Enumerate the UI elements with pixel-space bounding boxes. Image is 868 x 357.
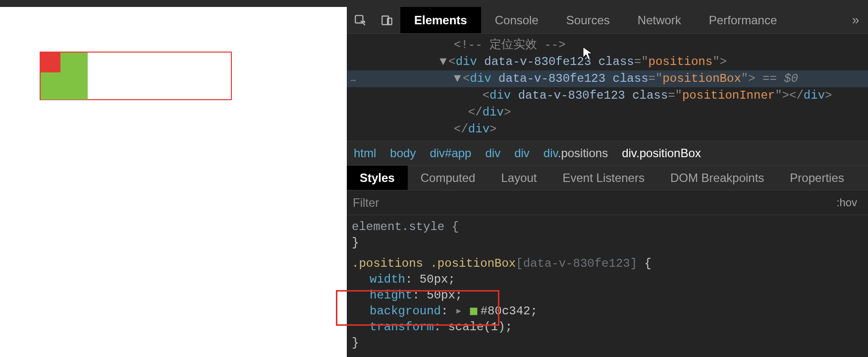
crumb-body[interactable]: body bbox=[390, 146, 416, 160]
hov-toggle[interactable]: :hov bbox=[831, 196, 862, 209]
tabs-overflow-icon[interactable]: » bbox=[843, 7, 868, 33]
dom-line-positions-open[interactable]: ▼<div data-v-830fe123 class="positions"> bbox=[347, 54, 868, 70]
devtools-panel: Elements Console Sources Network Perform… bbox=[347, 7, 868, 357]
positions-container[interactable] bbox=[40, 52, 232, 100]
element-style-close: } bbox=[352, 235, 863, 251]
page-viewport[interactable] bbox=[0, 7, 347, 357]
rule-selector[interactable]: .positions .positionBox[data-v-830fe123]… bbox=[352, 256, 863, 272]
styles-filter-bar: :hov bbox=[347, 190, 868, 215]
crumb-app[interactable]: div#app bbox=[430, 146, 471, 160]
rule-close: } bbox=[352, 335, 863, 351]
dom-comment[interactable]: <!-- 定位实效 --> bbox=[347, 37, 868, 54]
element-style-rule[interactable]: element.style { bbox=[352, 219, 863, 235]
crumb-positionbox[interactable]: div.positionBox bbox=[622, 146, 701, 160]
dom-breadcrumb: html body div#app div div div.positions … bbox=[347, 141, 868, 166]
styles-pane[interactable]: element.style { } .positions .positionBo… bbox=[347, 215, 868, 357]
devtools-tabs: Elements Console Sources Network Perform… bbox=[347, 7, 868, 34]
dom-line-positionbox-open[interactable]: ▼<div data-v-830fe123 class="positionBox… bbox=[347, 70, 868, 87]
prop-width[interactable]: width: 50px; bbox=[352, 272, 863, 288]
window-topbar bbox=[0, 0, 868, 7]
styles-filter-input[interactable] bbox=[353, 196, 831, 210]
position-inner[interactable] bbox=[41, 53, 60, 72]
device-toggle-icon[interactable] bbox=[374, 7, 400, 33]
crumb-html[interactable]: html bbox=[354, 146, 376, 160]
inspect-icon[interactable] bbox=[347, 7, 374, 33]
subtab-computed[interactable]: Computed bbox=[408, 166, 488, 190]
crumb-positions[interactable]: div.positions bbox=[543, 146, 608, 160]
subtab-dom-breakpoints[interactable]: DOM Breakpoints bbox=[657, 166, 777, 190]
subtab-event-listeners[interactable]: Event Listeners bbox=[550, 166, 657, 190]
subtab-layout[interactable]: Layout bbox=[488, 166, 549, 190]
main: Elements Console Sources Network Perform… bbox=[0, 7, 868, 357]
dom-line-positionbox-close[interactable]: </div> bbox=[347, 104, 868, 121]
subtab-properties[interactable]: Properties bbox=[777, 166, 857, 190]
prop-background[interactable]: background: ▸ #80c342; bbox=[352, 303, 863, 319]
tab-console[interactable]: Console bbox=[481, 7, 552, 33]
prop-transform[interactable]: transform: scale(1); bbox=[352, 319, 863, 335]
tab-network[interactable]: Network bbox=[624, 7, 695, 33]
crumb-div2[interactable]: div bbox=[514, 146, 530, 160]
dom-line-positioninner[interactable]: <div data-v-830fe123 class="positionInne… bbox=[347, 87, 868, 104]
tab-sources[interactable]: Sources bbox=[552, 7, 624, 33]
tab-performance[interactable]: Performance bbox=[695, 7, 791, 33]
styles-subtabs: Styles Computed Layout Event Listeners D… bbox=[347, 166, 868, 190]
prop-height[interactable]: height: 50px; bbox=[352, 288, 863, 303]
color-swatch[interactable] bbox=[470, 307, 478, 315]
subtab-styles[interactable]: Styles bbox=[347, 166, 408, 190]
position-box[interactable] bbox=[41, 53, 88, 100]
dom-tree[interactable]: <!-- 定位实效 --> ▼<div data-v-830fe123 clas… bbox=[347, 34, 868, 141]
crumb-div1[interactable]: div bbox=[485, 146, 500, 160]
tab-elements[interactable]: Elements bbox=[400, 7, 481, 33]
dom-line-positions-close[interactable]: </div> bbox=[347, 121, 868, 138]
